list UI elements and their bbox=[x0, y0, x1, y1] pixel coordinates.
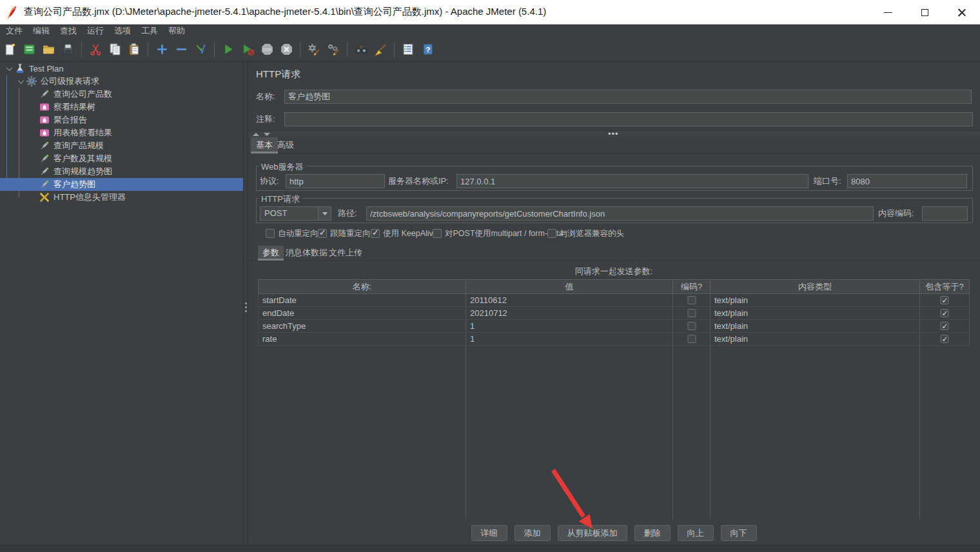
menu-options[interactable]: 选项 bbox=[109, 25, 136, 37]
encode-checkbox[interactable] bbox=[687, 322, 696, 330]
comments-input[interactable] bbox=[284, 112, 973, 126]
tree-item-aggregate-report[interactable]: 聚合报告 bbox=[0, 113, 243, 126]
multipart-checkbox[interactable] bbox=[433, 229, 442, 238]
chevron-down-icon[interactable] bbox=[4, 63, 14, 74]
toolbar-button-collapse-all[interactable] bbox=[172, 40, 190, 59]
tree-main-splitter[interactable] bbox=[243, 62, 248, 552]
close-button[interactable] bbox=[943, 0, 980, 25]
port-input[interactable] bbox=[847, 174, 967, 188]
include-equals-checkbox[interactable] bbox=[941, 322, 949, 330]
param-name-cell[interactable]: rate bbox=[258, 333, 466, 346]
param-name-cell[interactable]: searchType bbox=[258, 320, 466, 333]
delete-button[interactable]: 删除 bbox=[634, 525, 671, 541]
toolbar-button-paste[interactable] bbox=[125, 40, 143, 59]
encode-checkbox[interactable] bbox=[687, 309, 696, 317]
tree-item-sampler[interactable]: 客户数及其规模 bbox=[0, 152, 243, 165]
param-encode-cell[interactable] bbox=[673, 294, 710, 307]
param-content-type-cell[interactable]: text/plain bbox=[710, 294, 920, 307]
param-content-type-cell[interactable]: text/plain bbox=[710, 307, 920, 320]
tree-item-sampler[interactable]: 查询公司产品数 bbox=[0, 88, 243, 101]
param-value-cell[interactable]: 20110612 bbox=[466, 294, 673, 307]
tree-item-sampler[interactable]: 查询产品规模 bbox=[0, 139, 243, 152]
menu-run[interactable]: 运行 bbox=[82, 25, 109, 37]
param-include-equals-cell[interactable] bbox=[920, 320, 970, 333]
tab-files-upload[interactable]: 文件上传 bbox=[324, 246, 367, 261]
menu-edit[interactable]: 编辑 bbox=[28, 25, 55, 37]
table-row[interactable]: startDate 20110612 text/plain bbox=[258, 294, 970, 307]
param-encode-cell[interactable] bbox=[673, 307, 710, 320]
name-input[interactable] bbox=[284, 90, 972, 104]
toolbar-button-toggle[interactable] bbox=[191, 40, 210, 59]
toolbar-button-shutdown[interactable] bbox=[277, 40, 295, 59]
keepalive-checkbox[interactable] bbox=[371, 229, 380, 238]
param-name-cell[interactable]: endDate bbox=[258, 307, 466, 320]
browser-compatible-headers-checkbox[interactable] bbox=[547, 229, 556, 238]
param-name-cell[interactable]: startDate bbox=[258, 294, 466, 307]
menu-search[interactable]: 查找 bbox=[55, 25, 82, 37]
param-content-type-cell[interactable]: text/plain bbox=[710, 320, 920, 333]
toolbar-button-help[interactable]: ? bbox=[418, 40, 436, 59]
tree-item-test-plan[interactable]: Test Plan bbox=[0, 62, 243, 75]
toolbar-button-start[interactable] bbox=[219, 40, 237, 59]
toolbar-button-stop[interactable]: STOP bbox=[258, 40, 276, 59]
toolbar-button-start-no-timers[interactable] bbox=[239, 40, 257, 59]
encode-checkbox[interactable] bbox=[687, 335, 696, 343]
encoding-input[interactable] bbox=[922, 206, 968, 221]
method-select[interactable]: POST bbox=[260, 206, 331, 221]
collapse-up-icon[interactable] bbox=[253, 133, 259, 136]
tree-item-view-results-tree[interactable]: 察看结果树 bbox=[0, 101, 243, 113]
menu-tools[interactable]: 工具 bbox=[136, 25, 163, 37]
toolbar-button-copy[interactable] bbox=[106, 40, 124, 59]
table-row[interactable]: endDate 20210712 text/plain bbox=[258, 307, 970, 320]
tab-advanced[interactable]: 高级 bbox=[272, 137, 299, 153]
tree-item-view-results-table[interactable]: 用表格察看结果 bbox=[0, 126, 243, 139]
encode-checkbox[interactable] bbox=[687, 296, 696, 304]
toolbar-button-clear[interactable] bbox=[305, 40, 323, 59]
toolbar-button-function-helper[interactable] bbox=[399, 40, 417, 59]
param-content-type-cell[interactable]: text/plain bbox=[710, 333, 920, 346]
move-down-button[interactable]: 向下 bbox=[721, 525, 757, 541]
param-encode-cell[interactable] bbox=[673, 320, 710, 333]
param-include-equals-cell[interactable] bbox=[920, 294, 970, 307]
tree-item-sampler-selected[interactable]: 客户趋势图 bbox=[0, 178, 243, 191]
section-splitter[interactable]: ••• bbox=[248, 130, 980, 137]
table-row[interactable]: searchType 1 text/plain bbox=[258, 320, 970, 333]
tree-item-header-manager[interactable]: HTTP信息头管理器 bbox=[0, 191, 243, 204]
include-equals-checkbox[interactable] bbox=[941, 335, 949, 343]
toolbar-button-save[interactable] bbox=[59, 40, 77, 59]
add-button[interactable]: 添加 bbox=[514, 525, 551, 541]
menu-file[interactable]: 文件 bbox=[1, 25, 28, 37]
include-equals-checkbox[interactable] bbox=[941, 309, 949, 317]
include-equals-checkbox[interactable] bbox=[941, 296, 949, 304]
server-input[interactable] bbox=[456, 174, 808, 188]
maximize-button[interactable] bbox=[906, 0, 943, 25]
toolbar-button-reset-search[interactable] bbox=[371, 40, 389, 59]
tree-item-sampler[interactable]: 查询规模趋势图 bbox=[0, 165, 243, 178]
param-value-cell[interactable]: 1 bbox=[466, 333, 673, 346]
param-include-equals-cell[interactable] bbox=[920, 307, 970, 320]
tab-parameters[interactable]: 参数 bbox=[258, 246, 284, 261]
toolbar-button-new[interactable] bbox=[1, 40, 19, 59]
toolbar-button-cut[interactable] bbox=[86, 40, 104, 59]
table-row[interactable]: rate 1 text/plain bbox=[258, 333, 970, 346]
minimize-button[interactable] bbox=[870, 0, 906, 25]
toolbar-button-expand-all[interactable] bbox=[153, 40, 171, 59]
param-include-equals-cell[interactable] bbox=[920, 333, 970, 346]
add-from-clipboard-button[interactable]: 从剪贴板添加 bbox=[558, 525, 627, 541]
param-value-cell[interactable]: 1 bbox=[466, 320, 673, 333]
menu-help[interactable]: 帮助 bbox=[163, 25, 190, 37]
chevron-down-icon[interactable] bbox=[15, 76, 26, 86]
method-dropdown-button[interactable] bbox=[318, 207, 331, 220]
toolbar-button-clear-all[interactable] bbox=[324, 40, 342, 59]
redirect-automatically-checkbox[interactable] bbox=[266, 229, 275, 238]
follow-redirects-checkbox[interactable] bbox=[318, 229, 327, 238]
toolbar-button-open[interactable] bbox=[39, 40, 57, 59]
path-input[interactable] bbox=[366, 206, 874, 221]
detail-button[interactable]: 详细 bbox=[471, 525, 507, 541]
protocol-input[interactable] bbox=[286, 174, 385, 188]
param-value-cell[interactable]: 20210712 bbox=[466, 307, 673, 320]
move-up-button[interactable]: 向上 bbox=[678, 525, 714, 541]
splitter-grip[interactable] bbox=[245, 301, 247, 314]
param-encode-cell[interactable] bbox=[673, 333, 710, 346]
toolbar-button-templates[interactable] bbox=[20, 40, 38, 59]
